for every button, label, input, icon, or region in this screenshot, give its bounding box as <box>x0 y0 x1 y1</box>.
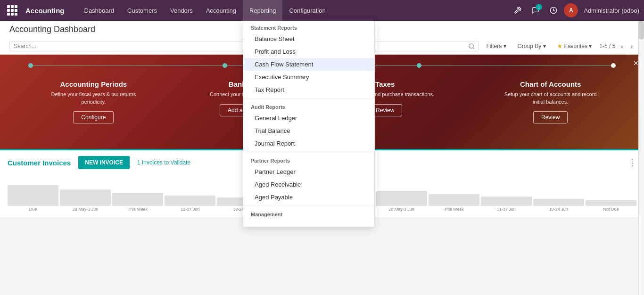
apps-icon <box>7 5 17 16</box>
settings-icon-btn[interactable] <box>510 3 525 18</box>
hero-card-title-0: Accounting Periods <box>41 80 145 88</box>
hero-card-desc-3: Setup your chart of accounts and record … <box>499 91 603 106</box>
menu-aged-receivable[interactable]: Aged Receivable <box>243 178 374 191</box>
statement-reports-section-label: Statement Reports <box>243 21 374 33</box>
user-label[interactable]: Administrator (odoo) <box>584 7 639 14</box>
chart-label-jun18-2: 18-24 Jun <box>549 207 568 212</box>
hero-card-accounting-periods: Accounting Periods Define your fiscal ye… <box>41 80 145 123</box>
hero-coa-review-button[interactable]: Review <box>533 111 568 123</box>
next-page-button[interactable]: › <box>629 42 635 51</box>
nav-vendors[interactable]: Vendors <box>164 0 199 21</box>
apps-menu-button[interactable] <box>5 3 20 18</box>
clock-icon-btn[interactable] <box>546 3 561 18</box>
svg-line-2 <box>472 48 474 49</box>
menu-tax-report[interactable]: Tax Report <box>243 83 374 96</box>
group-by-button[interactable]: Group By ▾ <box>514 42 550 50</box>
invoices-section-title: Customer Invoices <box>8 159 71 167</box>
nav-customers[interactable]: Customers <box>121 0 164 21</box>
filters-button[interactable]: Filters ▾ <box>483 42 510 50</box>
search-input[interactable] <box>14 43 468 49</box>
chart-label-due-1: Due <box>29 207 37 212</box>
chart-label-may-1: 28 May-3 Jun <box>73 207 99 212</box>
hero-close-button[interactable]: × <box>633 58 638 68</box>
menu-trial-balance[interactable]: Trial Balance <box>243 124 374 137</box>
user-avatar: A <box>564 3 578 17</box>
hero-configure-button[interactable]: Configure <box>73 111 114 123</box>
favorites-button[interactable]: ★Favorites ▾ <box>553 42 596 50</box>
menu-journal-report[interactable]: Journal Report <box>243 137 374 150</box>
menu-profit-loss[interactable]: Profit and Loss <box>243 45 374 58</box>
menu-aged-payable[interactable]: Aged Payable <box>243 191 374 204</box>
nav-accounting[interactable]: Accounting <box>199 0 243 21</box>
pagination: 1-5 / 5 <box>599 43 615 49</box>
nav-reporting[interactable]: Reporting <box>243 0 282 21</box>
hero-card-title-3: Chart of Accounts <box>499 80 603 88</box>
messages-icon-btn[interactable]: 1 <box>528 3 543 18</box>
chart-label-jun11-2: 11-17 Jun <box>497 207 516 212</box>
svg-point-1 <box>469 44 473 48</box>
chart-label-thisweek-2: This Week <box>444 207 464 212</box>
management-section-label: Management <box>243 208 374 217</box>
section-menu-button[interactable]: ⋮ <box>628 157 636 168</box>
reporting-dropdown-menu: Statement Reports Balance Sheet Profit a… <box>243 21 375 217</box>
menu-partner-ledger[interactable]: Partner Ledger <box>243 165 374 178</box>
menu-balance-sheet[interactable]: Balance Sheet <box>243 33 374 45</box>
nav-configuration[interactable]: Configuration <box>282 0 332 21</box>
chart-label-jun11-1: 11-17 Jun <box>181 207 199 212</box>
prev-page-button[interactable]: ‹ <box>619 42 625 51</box>
search-icon <box>468 43 475 49</box>
audit-reports-section-label: Audit Reports <box>243 100 374 112</box>
nav-dashboard[interactable]: Dashboard <box>78 0 121 21</box>
hero-card-chart-of-accounts: Chart of Accounts Setup your chart of ac… <box>499 80 603 123</box>
validate-link[interactable]: 1 Invoices to Validate <box>137 159 190 166</box>
chart-label-thisweek-1: This Week <box>128 207 148 212</box>
message-badge: 1 <box>536 4 542 10</box>
new-invoice-button[interactable]: NEW INVOICE <box>78 156 130 169</box>
hero-card-desc-0: Define your fiscal years & tax returns p… <box>41 91 145 106</box>
top-navigation: Accounting Dashboard Customers Vendors A… <box>0 0 644 21</box>
app-brand: Accounting <box>22 7 68 15</box>
chart-label-notdue-2: Not Due <box>603 207 619 212</box>
chart-label-may-2: 28 May-3 Jun <box>388 207 414 212</box>
partner-reports-section-label: Partner Reports <box>243 154 374 165</box>
menu-general-ledger[interactable]: General Ledger <box>243 112 374 124</box>
menu-cash-flow[interactable]: Cash Flow Statement <box>243 58 374 71</box>
menu-executive-summary[interactable]: Executive Summary <box>243 71 374 83</box>
